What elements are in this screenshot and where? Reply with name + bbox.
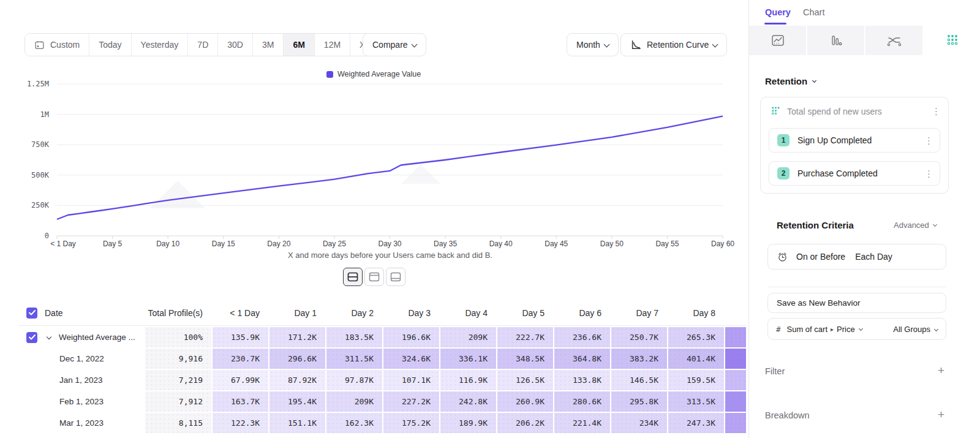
header-total-cell: Total Profile(s) bbox=[145, 300, 211, 325]
range-yesterday[interactable]: Yesterday bbox=[132, 34, 189, 56]
x-axis-tick-label: Day 50 bbox=[600, 240, 624, 248]
save-behavior-label: Save as New Behavior bbox=[777, 298, 861, 308]
retention-value-cell: 175.2K bbox=[383, 413, 439, 433]
chevron-down-icon bbox=[859, 326, 863, 330]
compare-button[interactable]: Compare bbox=[363, 33, 426, 56]
table-row: Weighted Average ...100%135.9K171.2K183.… bbox=[18, 327, 746, 347]
kebab-menu-icon[interactable]: ⋮ bbox=[932, 107, 941, 116]
chevron-down-icon bbox=[712, 41, 718, 47]
tab-query[interactable]: Query bbox=[765, 7, 791, 17]
tab-chart[interactable]: Chart bbox=[803, 7, 824, 17]
chevron-down-icon bbox=[934, 327, 938, 331]
granularity-button[interactable]: Month bbox=[567, 33, 619, 56]
bar-chart-icon[interactable] bbox=[807, 26, 864, 55]
insights-chart-icon[interactable] bbox=[749, 26, 806, 55]
row-label: Jan 1, 2023 bbox=[59, 376, 103, 385]
retention-curve-icon bbox=[630, 39, 641, 50]
table-view-toggle[interactable] bbox=[386, 268, 405, 286]
retention-value-cell: 97.87K bbox=[326, 370, 382, 390]
granularity-label: Month bbox=[576, 40, 600, 50]
range-label: 12M bbox=[324, 40, 341, 50]
report-type-heading[interactable]: Retention bbox=[765, 76, 816, 86]
retention-value-cell: 348.5K bbox=[497, 349, 553, 369]
range-12m[interactable]: 12M bbox=[315, 34, 350, 56]
kebab-menu-icon[interactable]: ⋮ bbox=[924, 136, 933, 145]
range-label: 30D bbox=[227, 40, 243, 50]
y-axis-tick-label: 500K bbox=[17, 171, 49, 179]
flows-chart-icon[interactable] bbox=[865, 26, 922, 55]
range-today[interactable]: Today bbox=[89, 34, 131, 56]
range-custom[interactable]: Custom bbox=[25, 34, 89, 56]
range-6m[interactable]: 6M bbox=[284, 34, 314, 56]
retention-chart-icon[interactable] bbox=[924, 26, 980, 55]
event-name: Purchase Completed bbox=[797, 168, 924, 178]
retention-value-cell: 135.9K bbox=[213, 327, 268, 347]
event-row-2[interactable]: 2 Purchase Completed ⋮ bbox=[769, 161, 940, 186]
retention-value-cell: 163.7K bbox=[213, 391, 268, 412]
advanced-dropdown[interactable]: Advanced bbox=[894, 221, 937, 230]
header-day-cell: Day 8 bbox=[668, 300, 724, 325]
retention-value-cell: 116.9K bbox=[440, 370, 496, 390]
retention-dots-icon bbox=[771, 106, 781, 116]
retention-value-cell: 146.5K bbox=[611, 370, 667, 390]
row-label-cell: Feb 1, 2023 bbox=[18, 391, 144, 412]
main-area: CustomTodayYesterday7D30D3M6M12MXTD Comp… bbox=[0, 0, 748, 438]
clipped-day9-cell bbox=[725, 391, 746, 412]
retention-value-cell: 295.8K bbox=[611, 391, 667, 412]
row-total-cell: 7,912 bbox=[145, 391, 211, 412]
event-name: Sign Up Completed bbox=[797, 135, 924, 145]
retention-value-cell: 227.2K bbox=[383, 391, 439, 412]
active-tab-underline bbox=[764, 23, 786, 25]
row-expand-chevron-icon[interactable] bbox=[47, 334, 51, 339]
retention-value-cell: 313.5K bbox=[668, 391, 724, 412]
x-axis-tick-label: Day 20 bbox=[267, 240, 290, 248]
chart-type-label: Retention Curve bbox=[647, 40, 709, 50]
retention-value-cell: 162.3K bbox=[326, 413, 382, 433]
kebab-menu-icon[interactable]: ⋮ bbox=[924, 169, 933, 178]
range-label: Custom bbox=[50, 40, 80, 50]
retention-criteria-label: Retention Criteria bbox=[777, 220, 854, 230]
timing-label: On or Before bbox=[796, 252, 845, 262]
y-axis-tick-label: 1.25M bbox=[17, 80, 49, 88]
row-total-cell: 8,115 bbox=[145, 413, 211, 433]
event-row-1[interactable]: 1 Sign Up Completed ⋮ bbox=[769, 128, 940, 153]
watermark-triangle bbox=[401, 164, 440, 184]
behavior-title: Total spend of new users bbox=[787, 107, 925, 116]
retention-value-cell: 67.99K bbox=[213, 370, 268, 390]
save-behavior-button[interactable]: Save as New Behavior bbox=[767, 293, 946, 313]
split-view-toggle[interactable] bbox=[343, 268, 363, 286]
retention-table: DateTotal Profile(s)< 1 DayDay 1Day 2Day… bbox=[18, 300, 746, 433]
retention-value-cell: 133.8K bbox=[554, 370, 610, 390]
row-label-cell: Mar 1, 2023 bbox=[18, 413, 144, 433]
measure-row[interactable]: # Sum of cart ▸ Price All Groups bbox=[767, 318, 946, 340]
range-30d[interactable]: 30D bbox=[218, 34, 253, 56]
event-number-badge: 1 bbox=[777, 134, 790, 146]
query-sidebar: Query Chart Retention bbox=[748, 0, 980, 438]
retention-value-cell: 364.8K bbox=[554, 349, 610, 369]
chart-legend: Weighted Average Value bbox=[0, 70, 747, 78]
retention-value-cell: 324.6K bbox=[383, 349, 439, 369]
range-3m[interactable]: 3M bbox=[253, 34, 284, 56]
select-all-checkbox[interactable] bbox=[26, 308, 37, 319]
row-checkbox[interactable] bbox=[26, 332, 37, 343]
legend-label: Weighted Average Value bbox=[337, 70, 421, 78]
table-row: Feb 1, 20237,912163.7K195.4K209K227.2K24… bbox=[18, 391, 746, 412]
chart-type-button[interactable]: Retention Curve bbox=[620, 33, 727, 56]
header-spacer-cell bbox=[725, 300, 746, 325]
chart-view-toggle[interactable] bbox=[364, 268, 384, 286]
row-label: Dec 1, 2022 bbox=[59, 354, 104, 363]
range-7d[interactable]: 7D bbox=[188, 34, 218, 56]
range-label: Yesterday bbox=[141, 40, 179, 50]
retention-value-cell: 209K bbox=[440, 327, 496, 347]
add-breakdown-button[interactable]: + bbox=[938, 408, 944, 421]
y-axis-tick-label: 0 bbox=[17, 232, 49, 240]
x-axis-tick-label: < 1 Day bbox=[50, 240, 76, 248]
x-axis-tick-label: Day 15 bbox=[212, 240, 235, 248]
behavior-card: Total spend of new users ⋮ 1 Sign Up Com… bbox=[760, 97, 949, 194]
retention-value-cell: 265.3K bbox=[668, 327, 724, 347]
range-label: 6M bbox=[293, 40, 304, 50]
groups-dropdown[interactable]: All Groups bbox=[893, 325, 938, 334]
add-filter-button[interactable]: + bbox=[938, 364, 944, 377]
retention-timing-row[interactable]: On or Before Each Day bbox=[767, 244, 946, 270]
x-axis-tick-label: Day 30 bbox=[378, 240, 401, 248]
